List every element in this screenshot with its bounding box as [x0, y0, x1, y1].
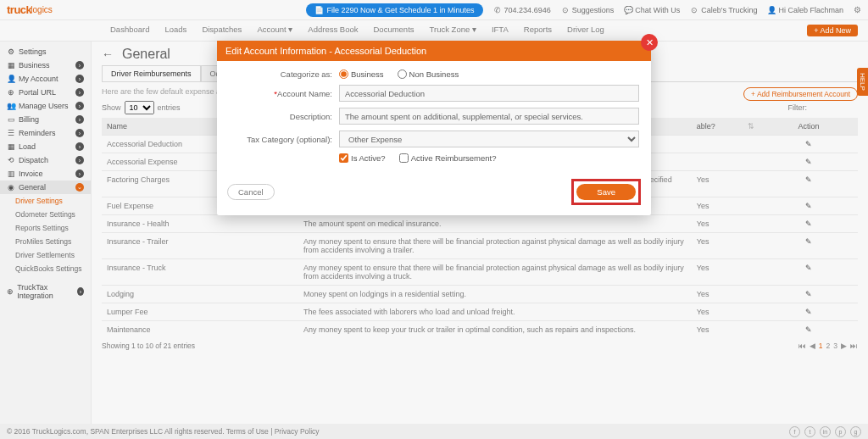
radio-nonbusiness-input[interactable]: [398, 69, 407, 79]
radio-business-input[interactable]: [339, 69, 348, 79]
cancel-button[interactable]: Cancel: [227, 184, 275, 200]
radio-business[interactable]: Business: [339, 69, 384, 79]
active-reimbursement-input[interactable]: [399, 153, 409, 163]
save-highlight: Save: [571, 179, 641, 205]
is-active-input[interactable]: [339, 153, 348, 163]
edit-account-modal: ✕ Edit Account Information - Accessorial…: [217, 41, 651, 215]
account-name-input[interactable]: [339, 85, 639, 102]
is-active-checkbox[interactable]: Is Active?: [339, 153, 386, 163]
tax-category-label: Tax Category (optional):: [229, 135, 339, 144]
radio-nonbusiness[interactable]: Non Business: [398, 69, 459, 79]
account-name-label: *Account Name:: [229, 89, 339, 98]
close-icon[interactable]: ✕: [641, 34, 658, 51]
active-reimbursement-checkbox[interactable]: Active Reimbursement?: [399, 153, 497, 163]
categorize-label: Categorize as:: [229, 69, 339, 79]
save-button[interactable]: Save: [576, 184, 636, 200]
description-input[interactable]: [339, 108, 639, 125]
description-label: Description:: [229, 112, 339, 121]
tax-category-select[interactable]: Other Expense: [339, 131, 639, 147]
modal-title: Edit Account Information - Accessorial D…: [217, 41, 651, 61]
